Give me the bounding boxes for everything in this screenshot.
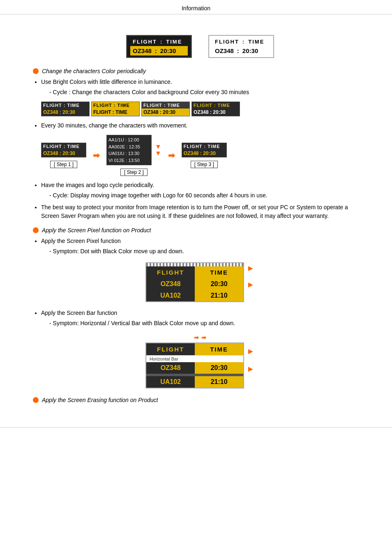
section4-title: Apply the Screen Pixel function on Produ… [42,227,151,234]
pixel-display: FLIGHT TIME OZ348 20:30 UA102 21:10 [145,262,244,302]
pixel-arrow-2: ► [247,280,255,289]
step2-to-step3-arrow: ➡ [168,150,175,160]
main-content: FLIGHT : TIME OZ348 : 20:30 FLIGHT : TIM… [0,14,392,419]
cycle-display-3: FLIGHT : TIME OZ348 : 20:30 [141,102,190,116]
bar-top-arrow1: ➡ [194,334,199,341]
light-display: FLIGHT : TIME OZ348 : 20:30 [208,35,274,58]
cycle-row: FLIGHT : TIME OZ348 : 20:30 FLIGHT : TIM… [41,102,367,116]
dotted-row [146,263,243,266]
section2-list: Every 30 minutes, change the characters … [33,121,367,130]
pixel-right-arrows: ► ► [247,262,255,289]
step3-box: FLIGHT : TIME OZ348 : 20:30 [ Step 3 ] [182,143,227,168]
section1-title: Change the characters Color periodically [42,68,146,74]
dark-display-value: OZ348 : 20:30 [130,46,188,56]
list-item: Apply the Screen Bar function - Symptom:… [41,309,367,328]
step1-box: FLIGHT : TIME OZ348 : 20:30 [ Step 1 ] [41,143,86,168]
pixel-ua102-time: 21:10 [195,290,243,301]
pixel-time-header: TIME [195,266,243,278]
step1-label: [ Step 1 ] [50,161,77,168]
indent-text: - Symptom: Horizontal / Vertical Bar wit… [49,319,367,328]
down-arrow-1: ▼ [155,143,161,150]
pixel-oz-row: OZ348 20:30 [146,278,243,290]
list-item: Apply the Screen Pixel function - Sympto… [41,237,367,256]
pixel-ua102: UA102 [146,290,195,301]
bar-arrow-1: ► [247,347,255,356]
bar-oz-row: OZ348 20:30 [146,362,243,374]
section6-bullet: Apply the Screen Erasing function on Pro… [33,397,367,403]
indent-text: - Symptom: Dot with Black Color move up … [49,247,367,256]
page-footer [0,427,392,436]
step2-display: AA1/1U : 12:00 AA002E : 12:35 UA01IU : 1… [106,135,152,165]
bullet-icon [33,227,39,233]
list-item: Every 30 minutes, change the characters … [41,121,367,130]
section1-bullet: Change the characters Color periodically [33,68,367,74]
bullet-icon [33,68,39,74]
cycle-display-4: FLIGHT : TIME OZ348 : 20:30 [191,102,240,116]
pixel-header-row: FLIGHT TIME [146,266,243,278]
dark-display: FLIGHT : TIME OZ348 : 20:30 [126,35,192,58]
list-item: The best way to protect your monitor fro… [41,203,367,220]
step1-display: FLIGHT : TIME OZ348 : 20:30 [41,143,86,157]
section4-bullet: Apply the Screen Pixel function on Produ… [33,227,367,234]
bar-top-arrow2: ➡ [201,334,206,341]
bar-display: FLIGHT TIME Horizontal Bar OZ348 20:30 U… [145,342,244,388]
light-display-header: FLIGHT : TIME [212,37,270,46]
step3-label: [ Step 3 ] [191,161,218,168]
pixel-ua-row: UA102 21:10 [146,290,243,301]
bar-ua-row: UA102 21:10 [146,376,243,388]
step2-box: AA1/1U : 12:00 AA002E : 12:35 UA01IU : 1… [106,135,161,176]
section1-list: Use Bright Colors with little difference… [33,78,367,97]
indent-text: - Cycle : Change the characters Color an… [49,88,367,97]
bar-ua102: UA102 [146,376,195,388]
bar-display-container: ➡ ➡ FLIGHT TIME Horizontal Bar OZ348 20:… [33,334,367,388]
step1-to-step2-arrow: ➡ [93,150,100,160]
list-item: Use Bright Colors with little difference… [41,78,367,97]
down-arrow-2: ▼ [155,150,161,157]
section4-list: Apply the Screen Pixel function - Sympto… [33,237,367,256]
list-item: Have the images and logo cycle periodica… [41,181,367,200]
section5-list: Apply the Screen Bar function - Symptom:… [33,309,367,328]
bar-arrow-2: ► [247,364,255,374]
page-title: Information [182,5,210,12]
pixel-display-container: FLIGHT TIME OZ348 20:30 UA102 21:10 ► ► [33,262,367,302]
dark-display-header: FLIGHT : TIME [130,37,188,46]
section3-list: Have the images and logo cycle periodica… [33,181,367,220]
top-arrows-row: ➡ ➡ [194,334,206,341]
step2-label: [ Step 2 ] [120,169,148,176]
cycle-display-2: FLIGHT : TIME FLIGHT : TIME [91,102,140,116]
pixel-arrow-1: ► [247,264,255,272]
horizontal-bar-label: Horizontal Bar [146,355,243,362]
bar-time-header: TIME [195,343,243,355]
bar-oz348: OZ348 [146,362,195,374]
pixel-oz348: OZ348 [146,278,195,290]
top-displays: FLIGHT : TIME OZ348 : 20:30 FLIGHT : TIM… [33,35,367,58]
bar-right-arrows: ► ► [247,342,255,374]
bullet-icon [33,397,39,403]
bar-oz348-time: 20:30 [195,362,243,374]
bar-header-row: FLIGHT TIME [146,343,243,355]
steps-row: FLIGHT : TIME OZ348 : 20:30 [ Step 1 ] ➡… [41,135,367,176]
bar-flight-header: FLIGHT [146,343,195,355]
pixel-oz348-time: 20:30 [195,278,243,290]
page-header: Information [0,0,392,14]
bar-ua102-time: 21:10 [195,376,243,388]
step3-display: FLIGHT : TIME OZ348 : 20:30 [182,143,227,157]
step2-down-arrows: ▼ ▼ [155,143,161,157]
pixel-flight-header: FLIGHT [146,266,195,278]
cycle-display-1: FLIGHT : TIME OZ348 : 20:30 [41,102,90,116]
light-display-value: OZ348 : 20:30 [212,46,270,56]
indent-text: - Cycle: Display moving image together w… [49,191,367,200]
section6-title: Apply the Screen Erasing function on Pro… [42,397,158,403]
